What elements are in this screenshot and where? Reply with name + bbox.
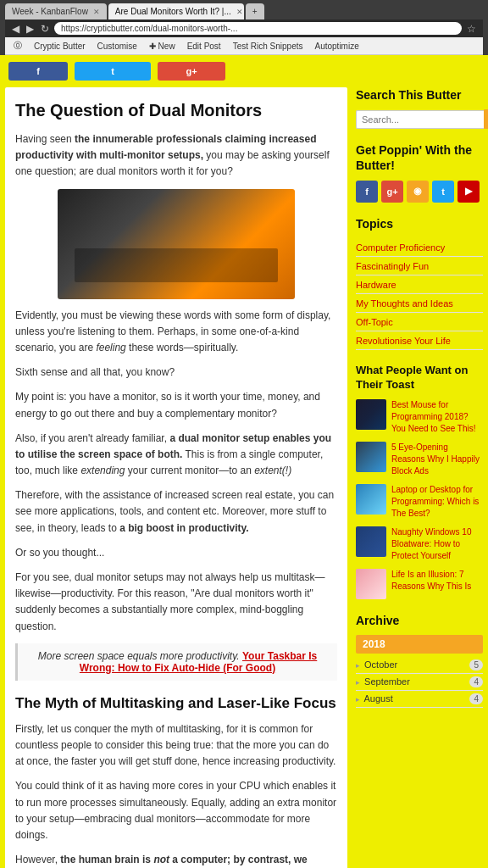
topics-title: Topics (356, 216, 483, 231)
article-p9: You could think of it as having more cor… (15, 778, 337, 843)
list-item: 5 Eye-Opening Reasons Why I Happily Bloc… (356, 442, 483, 477)
popular-thumb-3 (356, 484, 386, 515)
popular-text-2[interactable]: 5 Eye-Opening Reasons Why I Happily Bloc… (391, 442, 483, 477)
twitter-share-button[interactable]: t (75, 62, 151, 81)
archive-year: 2018 (356, 635, 483, 654)
article-p2: Sixth sense and all that, you know? (15, 364, 337, 381)
search-box: 🔍 (356, 109, 483, 129)
article-p10: However, the human brain is not a comput… (15, 852, 337, 868)
tab-close-kanbanflow[interactable]: ✕ (93, 8, 100, 16)
popular-thumb-5 (356, 569, 386, 599)
list-item: Laptop or Desktop for Programming: Which… (356, 484, 483, 520)
search-section: Search This Butter 🔍 (356, 87, 483, 129)
popular-text-3[interactable]: Laptop or Desktop for Programming: Which… (391, 484, 483, 520)
facebook-share-button[interactable]: f (8, 62, 68, 81)
list-item: Naughty Windows 10 Bloatware: How to Pro… (356, 526, 483, 562)
archive-count-september: 4 (469, 676, 483, 687)
tab-label-active: Are Dual Monitors Worth It? |... (115, 7, 231, 16)
toolbar-autoptimize[interactable]: Autoptimize (311, 41, 362, 52)
bookmark-button[interactable]: ☆ (465, 23, 478, 35)
popular-thumb-1 (356, 399, 386, 430)
topic-link-offtopic[interactable]: Off-Topic (356, 317, 393, 327)
address-bar: ◀ ▶ ↻ ☆ (5, 19, 483, 37)
article-intro: Having seen the innumerable professional… (15, 131, 337, 181)
tab-dual-monitors[interactable]: Are Dual Monitors Worth It? |... ✕ (108, 3, 244, 19)
topic-item: Fascinatingly Fun (356, 257, 483, 275)
sidebar-googleplus-icon[interactable]: g+ (381, 181, 403, 203)
archive-count-august: 4 (469, 693, 483, 704)
url-input[interactable] (54, 22, 462, 35)
social-icons-group: f g+ ◉ t ▶ (356, 181, 483, 203)
archive-section: Archive 2018 ▸ October 5 ▸ September 4 (356, 613, 483, 708)
search-input[interactable] (356, 110, 484, 129)
popular-text-1[interactable]: Best Mouse for Programming 2018? You Nee… (391, 399, 483, 435)
tab-label: Week - KanbanFlow (12, 7, 88, 16)
topic-item: My Thoughts and Ideas (356, 294, 483, 313)
article-p8: Firstly, let us conquer the myth of mult… (15, 721, 337, 771)
topic-item: Computer Proficiency (356, 238, 483, 257)
topic-item: Revolutionise Your Life (356, 331, 483, 350)
topic-link-thoughts[interactable]: My Thoughts and Ideas (356, 298, 453, 309)
article-p6: Or so you thought... (15, 545, 337, 561)
callout-box: More screen space equals more productivi… (15, 643, 337, 681)
popular-text-4[interactable]: Naughty Windows 10 Bloatware: How to Pro… (391, 526, 483, 562)
tab-bar: Week - KanbanFlow ✕ Are Dual Monitors Wo… (5, 3, 483, 19)
toolbar-cryptic-butter[interactable]: Cryptic Butter (30, 41, 89, 52)
toolbar-test-rich[interactable]: Test Rich Snippets (230, 41, 307, 52)
tab-close-dual[interactable]: ✕ (236, 8, 243, 16)
social-share-bar: f t g+ (0, 55, 488, 87)
archive-month-september[interactable]: ▸ September (356, 676, 410, 687)
back-button[interactable]: ◀ (10, 23, 21, 35)
get-poppin-title: Get Poppin' With the Butter! (356, 142, 483, 173)
main-layout: The Question of Dual Monitors Having see… (0, 87, 488, 868)
social-follow-section: Get Poppin' With the Butter! f g+ ◉ t ▶ (356, 142, 483, 202)
list-item: ▸ August 4 (356, 691, 483, 708)
sidebar-twitter-icon[interactable]: t (432, 181, 454, 203)
article-p4: Also, if you aren't already familiar, a … (15, 431, 337, 480)
archive-month-label: August (363, 693, 392, 704)
popular-thumb-4 (356, 526, 386, 557)
sidebar: Search This Butter 🔍 Get Poppin' With th… (356, 87, 483, 868)
search-title: Search This Butter (356, 87, 483, 103)
toolbar-wp-icon[interactable]: ⓪ (10, 39, 25, 53)
sidebar-facebook-icon[interactable]: f (356, 181, 378, 203)
popular-text-5[interactable]: Life Is an Illusion: 7 Reasons Why This … (391, 569, 483, 593)
topic-link-revolutionise[interactable]: Revolutionise Your Life (356, 336, 451, 346)
chevron-icon: ▸ (356, 661, 360, 670)
chevron-icon: ▸ (356, 678, 360, 687)
search-button[interactable]: 🔍 (484, 109, 488, 129)
article-p7: For you see, dual monitor setups may not… (15, 570, 337, 635)
sidebar-rss-icon[interactable]: ◉ (407, 181, 429, 203)
new-tab-button[interactable]: + (246, 3, 264, 19)
toolbar-new[interactable]: ✚ New (146, 41, 179, 52)
new-label: New (158, 42, 175, 51)
sidebar-youtube-icon[interactable]: ▶ (458, 181, 480, 203)
article-image (58, 189, 295, 299)
article-title: The Question of Dual Monitors (15, 99, 337, 121)
browser-chrome: Week - KanbanFlow ✕ Are Dual Monitors Wo… (0, 0, 488, 55)
archive-count-october: 5 (469, 659, 483, 670)
archive-title: Archive (356, 613, 483, 628)
list-item: Best Mouse for Programming 2018? You Nee… (356, 399, 483, 435)
list-item: ▸ September 4 (356, 674, 483, 691)
archive-month-october[interactable]: ▸ October (356, 659, 397, 670)
tab-kanbanflow[interactable]: Week - KanbanFlow ✕ (5, 3, 107, 19)
toolbar-edit-post[interactable]: Edit Post (184, 41, 225, 52)
topics-section: Topics Computer Proficiency Fascinatingl… (356, 216, 483, 350)
callout-text: More screen space equals more productivi… (38, 650, 240, 662)
article-area: The Question of Dual Monitors Having see… (5, 87, 347, 868)
topic-item: Off-Topic (356, 313, 483, 331)
topic-link-computer[interactable]: Computer Proficiency (356, 242, 445, 253)
forward-button[interactable]: ▶ (25, 23, 36, 35)
googleplus-share-button[interactable]: g+ (158, 62, 225, 81)
topic-link-fun[interactable]: Fascinatingly Fun (356, 261, 429, 271)
reload-button[interactable]: ↻ (39, 23, 51, 35)
archive-month-august[interactable]: ▸ August (356, 693, 393, 704)
toolbar-customise[interactable]: Customise (94, 41, 141, 52)
archive-list: ▸ October 5 ▸ September 4 ▸ August (356, 657, 483, 708)
browser-toolbar: ⓪ Cryptic Butter Customise ✚ New Edit Po… (5, 37, 483, 55)
topic-item: Hardware (356, 275, 483, 294)
article-p3: My point is: you have a monitor, so is i… (15, 389, 337, 421)
topic-link-hardware[interactable]: Hardware (356, 280, 396, 290)
popular-list: Best Mouse for Programming 2018? You Nee… (356, 399, 483, 599)
